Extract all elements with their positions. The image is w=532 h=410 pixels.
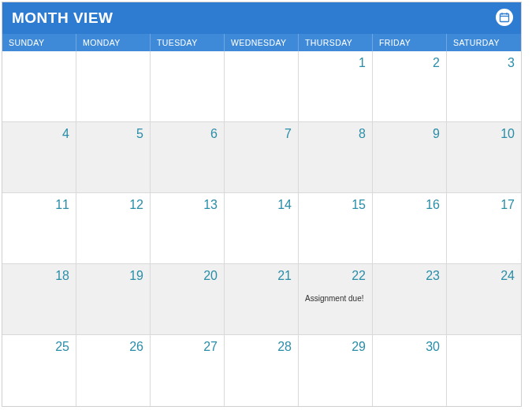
date-number: 10 — [453, 127, 515, 141]
calendar-cell[interactable]: 26 — [76, 335, 151, 406]
calendar-cell[interactable]: 2 — [373, 51, 447, 122]
date-number: 25 — [9, 340, 69, 354]
calendar-cell[interactable]: 6 — [151, 122, 225, 193]
date-number: 3 — [453, 56, 515, 70]
date-number: 29 — [305, 340, 366, 354]
date-number: 8 — [305, 127, 366, 141]
calendar-cell[interactable] — [447, 335, 521, 406]
calendar: MONTH VIEW SUNDAY MONDAY TUESDAY WEDNESD… — [2, 2, 522, 407]
dow-friday: FRIDAY — [373, 34, 447, 51]
date-number: 18 — [9, 269, 69, 283]
calendar-cell[interactable]: 23 — [373, 264, 447, 335]
day-of-week-row: SUNDAY MONDAY TUESDAY WEDNESDAY THURSDAY… — [2, 34, 521, 51]
date-number: 17 — [453, 198, 515, 212]
calendar-cell[interactable]: 27 — [151, 335, 225, 406]
calendar-cell[interactable]: 8 — [299, 122, 373, 193]
date-number: 14 — [231, 198, 292, 212]
date-number: 16 — [379, 198, 440, 212]
date-number: 13 — [157, 198, 218, 212]
calendar-event[interactable]: Assignment due! — [305, 294, 366, 304]
calendar-cell[interactable]: 28 — [225, 335, 299, 406]
dow-saturday: SATURDAY — [447, 34, 521, 51]
calendar-cell[interactable]: 22Assignment due! — [299, 264, 373, 335]
date-number: 11 — [9, 198, 69, 212]
calendar-cell[interactable]: 7 — [225, 122, 299, 193]
date-number: 12 — [83, 198, 143, 212]
date-number: 5 — [83, 127, 143, 141]
date-number: 4 — [9, 127, 69, 141]
calendar-cell[interactable]: 13 — [151, 193, 225, 264]
date-number: 19 — [83, 269, 143, 283]
calendar-cell[interactable]: 24 — [447, 264, 521, 335]
calendar-cell[interactable] — [151, 51, 225, 122]
calendar-cell[interactable]: 21 — [225, 264, 299, 335]
dow-thursday: THURSDAY — [299, 34, 373, 51]
page-title: MONTH VIEW — [12, 9, 113, 27]
calendar-cell[interactable]: 30 — [373, 335, 447, 406]
calendar-cell[interactable]: 15 — [299, 193, 373, 264]
dow-monday: MONDAY — [76, 34, 151, 51]
date-number: 28 — [231, 340, 292, 354]
calendar-cell[interactable]: 11 — [2, 193, 76, 264]
calendar-cell[interactable]: 17 — [447, 193, 521, 264]
calendar-cell[interactable] — [225, 51, 299, 122]
calendar-cell[interactable]: 3 — [447, 51, 521, 122]
calendar-cell[interactable]: 1 — [299, 51, 373, 122]
date-number: 20 — [157, 269, 218, 283]
svg-rect-0 — [500, 14, 509, 22]
calendar-cell[interactable]: 19 — [76, 264, 151, 335]
date-number: 26 — [83, 340, 143, 354]
date-number: 22 — [305, 269, 366, 283]
calendar-cell[interactable]: 16 — [373, 193, 447, 264]
calendar-cell[interactable]: 14 — [225, 193, 299, 264]
calendar-cell[interactable] — [2, 51, 76, 122]
calendar-cell[interactable]: 9 — [373, 122, 447, 193]
calendar-cell[interactable]: 4 — [2, 122, 76, 193]
dow-tuesday: TUESDAY — [151, 34, 225, 51]
calendar-icon[interactable] — [496, 9, 513, 26]
calendar-cell[interactable]: 25 — [2, 335, 76, 406]
calendar-cell[interactable]: 5 — [76, 122, 151, 193]
dow-wednesday: WEDNESDAY — [225, 34, 299, 51]
date-number: 1 — [305, 56, 366, 70]
title-bar: MONTH VIEW — [2, 2, 521, 34]
dow-sunday: SUNDAY — [2, 34, 76, 51]
calendar-cell[interactable]: 20 — [151, 264, 225, 335]
calendar-cell[interactable]: 18 — [2, 264, 76, 335]
date-number: 23 — [379, 269, 440, 283]
date-number: 7 — [231, 127, 292, 141]
date-number: 15 — [305, 198, 366, 212]
calendar-grid: 12345678910111213141516171819202122Assig… — [2, 51, 521, 406]
date-number: 21 — [231, 269, 292, 283]
date-number: 30 — [379, 340, 440, 354]
calendar-cell[interactable] — [76, 51, 151, 122]
date-number: 27 — [157, 340, 218, 354]
date-number: 6 — [157, 127, 218, 141]
date-number: 9 — [379, 127, 440, 141]
calendar-cell[interactable]: 12 — [76, 193, 151, 264]
calendar-cell[interactable]: 10 — [447, 122, 521, 193]
calendar-cell[interactable]: 29 — [299, 335, 373, 406]
date-number: 2 — [379, 56, 440, 70]
date-number: 24 — [453, 269, 515, 283]
